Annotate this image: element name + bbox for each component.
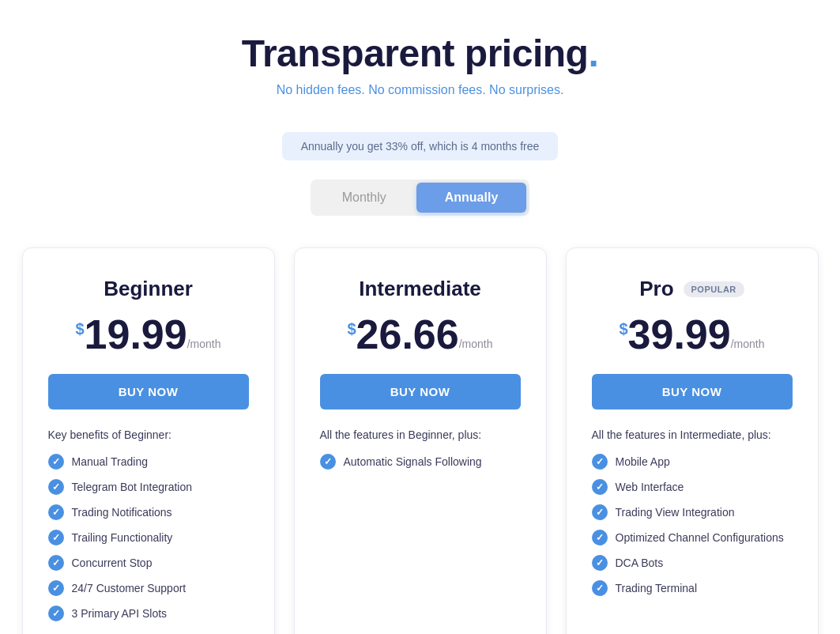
plan-name-intermediate: Intermediate [359, 277, 481, 301]
page-header: Transparent pricing. No hidden fees. No … [16, 32, 824, 97]
check-icon [592, 479, 608, 495]
plan-price-intermediate: $26.66/month [320, 314, 521, 355]
feature-text: Trading Terminal [616, 582, 698, 594]
price-period-beginner: /month [187, 338, 221, 350]
title-dot: . [588, 32, 598, 74]
plan-name-row-intermediate: Intermediate [320, 277, 521, 301]
price-amount-pro: 39.99 [628, 314, 731, 355]
check-icon [592, 580, 608, 596]
plan-price-beginner: $19.99/month [48, 314, 249, 355]
check-icon [320, 454, 336, 470]
promo-section: Annually you get 33% off, which is 4 mon… [16, 116, 824, 179]
feature-text: Manual Trading [72, 455, 149, 468]
list-item: Trading Notifications [48, 504, 249, 520]
list-item: Telegram Bot Integration [48, 479, 249, 495]
price-period-intermediate: /month [459, 338, 493, 350]
price-dollar-pro: $ [619, 320, 627, 338]
plan-name-beginner: Beginner [104, 277, 193, 301]
feature-text: Trading Notifications [72, 506, 172, 519]
page-subtitle: No hidden fees. No commission fees. No s… [16, 83, 824, 97]
buy-button-pro[interactable]: BUY NOW [592, 374, 793, 409]
feature-text: Optimized Channel Configurations [616, 531, 784, 544]
list-item: Automatic Signals Following [320, 454, 521, 470]
list-item: Optimized Channel Configurations [592, 530, 793, 545]
list-item: Web Interface [592, 479, 793, 495]
list-item: 3 Primary API Slots [48, 606, 249, 621]
check-icon [592, 555, 608, 571]
features-label-pro: All the features in Intermediate, plus: [592, 428, 793, 441]
list-item: Trading Terminal [592, 580, 793, 596]
price-dollar-beginner: $ [75, 320, 84, 338]
list-item: Trailing Functionality [48, 530, 249, 545]
page-title: Transparent pricing. [16, 32, 824, 75]
plan-price-pro: $39.99/month [592, 314, 793, 355]
check-icon [48, 530, 64, 545]
popular-badge-pro: POPULAR [684, 281, 744, 297]
feature-text: 3 Primary API Slots [72, 607, 168, 620]
billing-toggle-container: Monthly Annually [16, 179, 824, 216]
feature-text: DCA Bots [616, 557, 664, 569]
list-item: 24/7 Customer Support [48, 580, 249, 596]
price-period-pro: /month [731, 338, 765, 350]
list-item: Manual Trading [48, 454, 249, 470]
check-icon [48, 555, 64, 571]
buy-button-beginner[interactable]: BUY NOW [48, 374, 249, 409]
feature-text: Automatic Signals Following [344, 455, 482, 468]
feature-text: Telegram Bot Integration [72, 481, 193, 493]
billing-toggle: Monthly Annually [311, 179, 530, 216]
annually-toggle-button[interactable]: Annually [416, 183, 527, 213]
check-icon [48, 580, 64, 596]
features-list-intermediate: Automatic Signals Following [320, 454, 521, 470]
plan-name-pro: Pro [639, 277, 673, 301]
feature-text: Trading View Integration [616, 506, 735, 519]
feature-text: Concurrent Stop [72, 557, 153, 569]
price-amount-intermediate: 26.66 [356, 314, 459, 355]
check-icon [48, 606, 64, 621]
page-title-text: Transparent pricing [242, 32, 589, 74]
check-icon [592, 454, 608, 470]
features-list-beginner: Manual TradingTelegram Bot IntegrationTr… [48, 454, 249, 621]
plan-card-pro: ProPOPULAR$39.99/monthBUY NOWAll the fea… [566, 247, 819, 634]
check-icon [48, 454, 64, 470]
feature-text: Web Interface [616, 481, 684, 493]
check-icon [48, 479, 64, 495]
feature-text: 24/7 Customer Support [72, 582, 186, 594]
list-item: Concurrent Stop [48, 555, 249, 571]
feature-text: Trailing Functionality [72, 531, 173, 544]
price-dollar-intermediate: $ [347, 320, 356, 338]
check-icon [592, 530, 608, 545]
features-label-intermediate: All the features in Beginner, plus: [320, 428, 521, 441]
monthly-toggle-button[interactable]: Monthly [314, 183, 415, 213]
price-amount-beginner: 19.99 [85, 314, 187, 355]
list-item: Trading View Integration [592, 504, 793, 520]
features-label-beginner: Key benefits of Beginner: [48, 428, 249, 441]
plan-card-beginner: Beginner$19.99/monthBUY NOWKey benefits … [22, 247, 275, 634]
list-item: Mobile App [592, 454, 793, 470]
check-icon [48, 504, 64, 520]
plan-card-intermediate: Intermediate$26.66/monthBUY NOWAll the f… [294, 247, 547, 634]
promo-banner: Annually you get 33% off, which is 4 mon… [282, 132, 559, 160]
list-item: DCA Bots [592, 555, 793, 571]
features-list-pro: Mobile AppWeb InterfaceTrading View Inte… [592, 454, 793, 596]
plans-container: Beginner$19.99/monthBUY NOWKey benefits … [17, 247, 823, 634]
plan-name-row-pro: ProPOPULAR [592, 277, 793, 301]
plan-name-row-beginner: Beginner [48, 277, 249, 301]
buy-button-intermediate[interactable]: BUY NOW [320, 374, 521, 409]
check-icon [592, 504, 608, 520]
feature-text: Mobile App [616, 455, 670, 468]
